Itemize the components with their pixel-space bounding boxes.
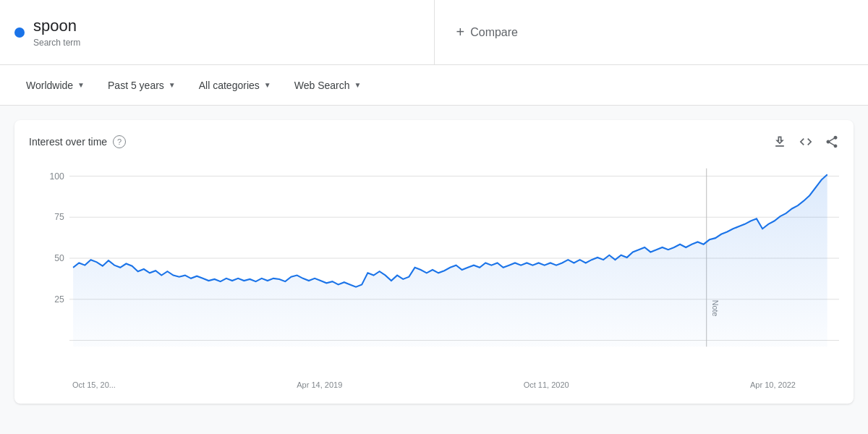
chart-title: Interest over time — [29, 136, 107, 148]
filter-time[interactable]: Past 5 years ▼ — [96, 74, 187, 97]
trend-area — [73, 174, 827, 346]
chevron-down-icon: ▼ — [264, 81, 271, 89]
x-label-3: Oct 11, 2020 — [524, 380, 569, 389]
compare-label: Compare — [470, 26, 518, 39]
chart-area: 100 75 50 25 Note — [29, 161, 839, 378]
embed-button[interactable] — [799, 135, 813, 149]
chart-header: Interest over time ? — [29, 135, 839, 149]
filters-bar: Worldwide ▼ Past 5 years ▼ All categorie… — [0, 65, 868, 106]
filter-type[interactable]: Web Search ▼ — [283, 74, 373, 97]
trend-chart: 100 75 50 25 Note — [29, 161, 839, 378]
search-term-dot — [14, 27, 25, 38]
x-label-4: Apr 10, 2022 — [750, 380, 796, 389]
chevron-down-icon: ▼ — [354, 81, 361, 89]
header-bar: spoon Search term + Compare — [0, 0, 868, 65]
chevron-down-icon: ▼ — [169, 81, 176, 89]
filter-category-label: All categories — [199, 80, 260, 91]
main-content: Interest over time ? — [0, 106, 868, 433]
filter-category[interactable]: All categories ▼ — [187, 74, 283, 97]
interest-over-time-card: Interest over time ? — [14, 120, 854, 404]
filter-region[interactable]: Worldwide ▼ — [14, 74, 96, 97]
chart-title-group: Interest over time ? — [29, 135, 126, 148]
search-term-label: Search term — [33, 38, 80, 48]
search-term-name: spoon — [33, 17, 80, 35]
search-term-section: spoon Search term — [14, 0, 435, 64]
x-labels: Oct 15, 20... Apr 14, 2019 Oct 11, 2020 … — [29, 378, 839, 389]
filter-region-label: Worldwide — [26, 80, 73, 91]
download-button[interactable] — [773, 135, 787, 149]
x-label-2: Apr 14, 2019 — [297, 380, 342, 389]
filter-time-label: Past 5 years — [108, 80, 164, 91]
share-button[interactable] — [825, 135, 839, 149]
svg-text:25: 25 — [54, 294, 64, 305]
svg-text:50: 50 — [54, 253, 64, 263]
help-icon[interactable]: ? — [113, 135, 126, 148]
filter-type-label: Web Search — [294, 80, 350, 91]
compare-section[interactable]: + Compare — [435, 24, 854, 41]
chart-actions — [773, 135, 839, 149]
plus-icon: + — [456, 24, 465, 41]
search-term-text: spoon Search term — [33, 17, 80, 47]
x-label-1: Oct 15, 20... — [72, 380, 116, 389]
chevron-down-icon: ▼ — [77, 81, 85, 89]
svg-text:75: 75 — [54, 212, 64, 222]
svg-text:100: 100 — [49, 171, 64, 181]
